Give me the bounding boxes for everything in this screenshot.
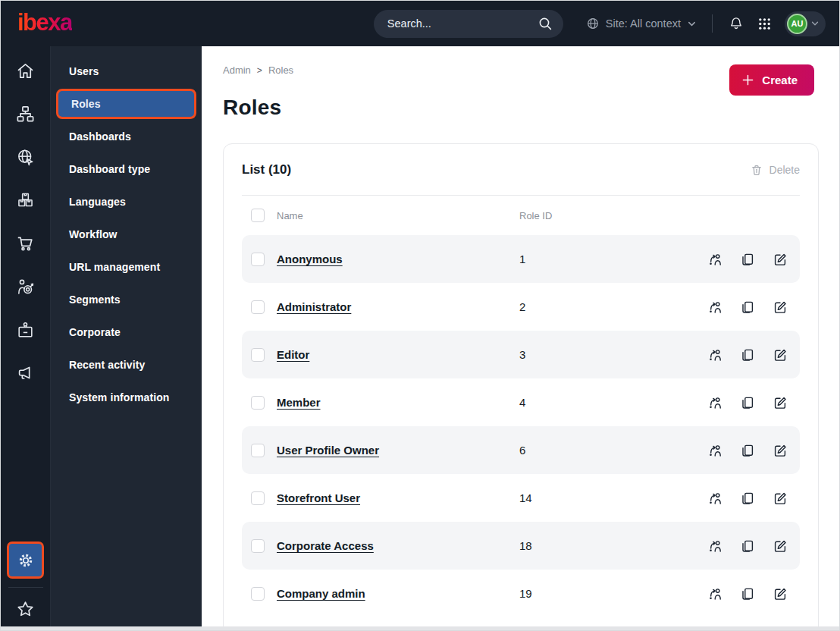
role-name-link[interactable]: Editor: [277, 348, 309, 361]
sidebar-item-label: Segments: [69, 294, 121, 306]
edit-icon[interactable]: [773, 443, 788, 458]
sidebar-item-segments[interactable]: Segments: [56, 284, 196, 315]
edit-icon[interactable]: [773, 300, 788, 315]
breadcrumb-item-admin[interactable]: Admin: [223, 64, 251, 76]
sidebar-item-content[interactable]: [1, 93, 50, 136]
delete-button[interactable]: Delete: [750, 163, 800, 177]
assign-user-icon[interactable]: [707, 347, 722, 363]
edit-icon[interactable]: [773, 252, 788, 267]
main-content: Admin > Roles Create Roles List (10): [202, 46, 839, 631]
copy-icon[interactable]: [740, 347, 755, 363]
assign-user-icon[interactable]: [707, 395, 722, 410]
assign-user-icon[interactable]: [707, 300, 722, 315]
roles-list-card: List (10) Delete: [223, 143, 819, 631]
corporate-badge-icon: [15, 320, 36, 341]
copy-icon[interactable]: [740, 586, 755, 601]
sidebar-item-dashboard-type[interactable]: Dashboard type: [56, 154, 196, 184]
row-checkbox[interactable]: [251, 444, 265, 457]
plus-icon: [741, 74, 754, 86]
sidebar-item-admin-active[interactable]: [7, 542, 44, 579]
sidebar-item-corporate[interactable]: [1, 309, 50, 352]
role-id-cell: 6: [519, 444, 692, 457]
rail-divider: [8, 587, 43, 588]
role-name-link[interactable]: Administrator: [277, 300, 351, 313]
copy-icon[interactable]: [740, 443, 755, 458]
copy-icon[interactable]: [740, 395, 755, 410]
notifications-bell-icon[interactable]: [728, 15, 744, 32]
ibexa-logo: ibexa: [17, 11, 72, 37]
role-name-link[interactable]: Anonymous: [277, 253, 343, 265]
role-name-link[interactable]: User Profile Owner: [277, 444, 379, 457]
table-header: Name Role ID: [242, 196, 800, 235]
select-all-checkbox[interactable]: [251, 209, 265, 222]
row-checkbox[interactable]: [251, 300, 265, 314]
assign-user-icon[interactable]: [707, 443, 722, 458]
sidebar-item-workflow[interactable]: Workflow: [56, 219, 196, 250]
edit-icon[interactable]: [773, 491, 788, 506]
edit-icon[interactable]: [773, 538, 788, 554]
sidebar-item-personalization[interactable]: [1, 265, 50, 309]
sidebar-item-label: URL management: [69, 261, 160, 273]
table-row: Administrator 2: [242, 283, 800, 331]
sidebar-item-label: Roles: [71, 98, 101, 110]
sidebar-item-roles[interactable]: Roles: [56, 89, 196, 119]
globe-icon: [586, 17, 600, 30]
sidebar-item-users[interactable]: Users: [56, 56, 196, 86]
breadcrumb-item-roles[interactable]: Roles: [268, 64, 293, 76]
content-tree-icon: [15, 104, 36, 124]
sidebar-item-favorites[interactable]: [15, 596, 36, 624]
assign-user-icon[interactable]: [707, 252, 722, 267]
site-globe-icon: [15, 147, 36, 168]
role-name-link[interactable]: Corporate Access: [277, 539, 374, 552]
copy-icon[interactable]: [740, 538, 755, 554]
apps-grid-icon[interactable]: [757, 16, 773, 32]
sidebar-item-commerce[interactable]: [1, 222, 50, 265]
row-checkbox[interactable]: [251, 348, 265, 362]
search-icon: [538, 16, 553, 31]
table-row: Storefront User 14: [242, 474, 800, 522]
site-context-label: Site: All context: [606, 17, 681, 30]
sidebar-item-site[interactable]: [1, 136, 50, 179]
table-row: Member 4: [242, 378, 800, 426]
copy-icon[interactable]: [740, 300, 755, 315]
role-id-cell: 14: [519, 491, 692, 504]
sidebar-item-system-information[interactable]: System information: [56, 382, 196, 413]
sidebar-item-home[interactable]: [1, 49, 50, 93]
sidebar-item-label: Corporate: [69, 326, 121, 338]
table-row: User Profile Owner 6: [242, 426, 800, 474]
edit-icon[interactable]: [773, 395, 788, 410]
sidebar-item-marketing[interactable]: [1, 352, 50, 395]
products-boxes-icon: [15, 190, 36, 211]
home-icon: [15, 61, 36, 81]
sidebar-item-products[interactable]: [1, 179, 50, 222]
edit-icon[interactable]: [773, 586, 788, 601]
table-row: Corporate Access 18: [242, 522, 800, 570]
row-checkbox[interactable]: [251, 491, 265, 505]
sidebar-item-corporate[interactable]: Corporate: [56, 317, 196, 347]
trash-icon: [750, 163, 763, 177]
sidebar-item-url-management[interactable]: URL management: [56, 252, 196, 282]
sidebar-item-recent-activity[interactable]: Recent activity: [56, 350, 196, 380]
site-context-selector[interactable]: Site: All context: [586, 17, 697, 30]
row-checkbox[interactable]: [251, 396, 265, 410]
search-input[interactable]: Search...: [374, 10, 563, 38]
copy-icon[interactable]: [740, 491, 755, 506]
table-row: Company admin 19: [242, 570, 800, 617]
create-button[interactable]: Create: [729, 64, 814, 96]
sidebar-item-languages[interactable]: Languages: [56, 187, 196, 217]
assign-user-icon[interactable]: [707, 586, 722, 601]
user-menu[interactable]: AU: [785, 11, 826, 36]
row-checkbox[interactable]: [251, 539, 265, 553]
chevron-down-icon: [687, 19, 697, 29]
role-name-link[interactable]: Company admin: [277, 587, 365, 600]
row-checkbox[interactable]: [251, 587, 265, 601]
assign-user-icon[interactable]: [707, 538, 722, 554]
role-id-cell: 3: [519, 348, 692, 361]
assign-user-icon[interactable]: [707, 491, 722, 506]
sidebar-item-dashboards[interactable]: Dashboards: [56, 121, 196, 152]
role-name-link[interactable]: Member: [277, 396, 321, 409]
edit-icon[interactable]: [773, 347, 788, 363]
row-checkbox[interactable]: [251, 253, 265, 266]
role-name-link[interactable]: Storefront User: [277, 491, 360, 504]
copy-icon[interactable]: [740, 252, 755, 267]
